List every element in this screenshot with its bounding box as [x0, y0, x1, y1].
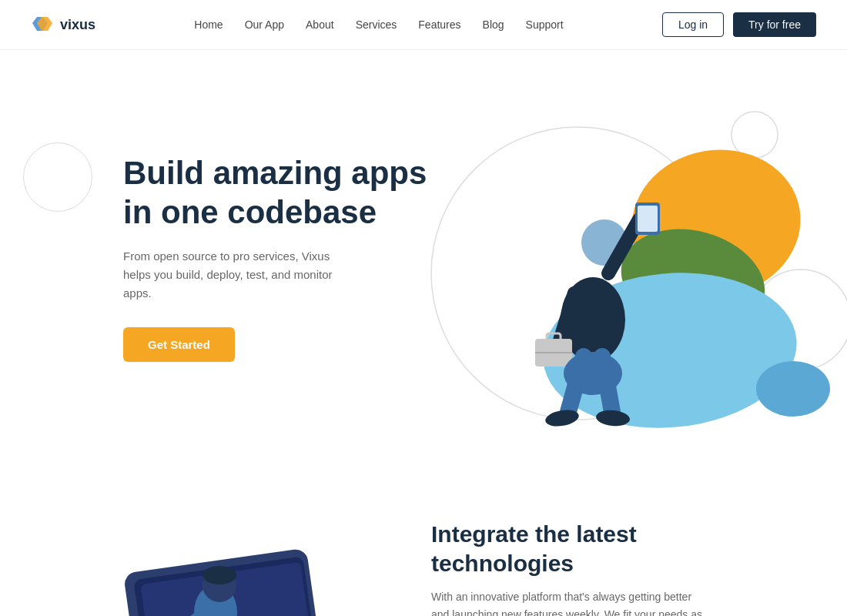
navbar: vixus Home Our App About Services Featur…: [0, 0, 847, 50]
try-for-free-button[interactable]: Try for free: [733, 12, 816, 37]
hero-subtitle: From open source to pro services, Vixus …: [123, 247, 354, 303]
brand-name: vixus: [60, 17, 95, 33]
nav-actions: Log in Try for free: [662, 12, 816, 37]
svg-rect-13: [638, 206, 658, 232]
nav-home[interactable]: Home: [194, 18, 223, 31]
hero-illustration: [400, 89, 847, 458]
nav-about[interactable]: About: [306, 18, 334, 31]
section2-title: Integrate the latest technologies: [431, 520, 785, 578]
get-started-button[interactable]: Get Started: [123, 327, 235, 362]
nav-support[interactable]: Support: [526, 18, 564, 31]
nav-links: Home Our App About Services Features Blo…: [194, 18, 563, 31]
login-button[interactable]: Log in: [662, 12, 724, 37]
hero-title: Build amazing apps in one codebase: [123, 154, 431, 232]
section2-text: Integrate the latest technologies With a…: [385, 512, 785, 616]
svg-point-3: [732, 112, 778, 158]
nav-features[interactable]: Features: [418, 18, 460, 31]
svg-point-29: [203, 566, 236, 584]
hero-text: Build amazing apps in one codebase From …: [123, 154, 431, 362]
logo-icon: [31, 15, 54, 34]
logo[interactable]: vixus: [31, 15, 95, 34]
section2-illustration: [62, 512, 385, 616]
hero-section: Build amazing apps in one codebase From …: [0, 50, 847, 466]
svg-point-22: [564, 352, 622, 395]
nav-our-app[interactable]: Our App: [245, 18, 284, 31]
svg-point-8: [756, 361, 830, 417]
nav-blog[interactable]: Blog: [483, 18, 504, 31]
nav-services[interactable]: Services: [356, 18, 397, 31]
section2: Integrate the latest technologies With a…: [0, 466, 847, 616]
deco-circle-left: [23, 142, 92, 212]
section2-subtitle: With an innovative platform that's alway…: [431, 588, 708, 616]
